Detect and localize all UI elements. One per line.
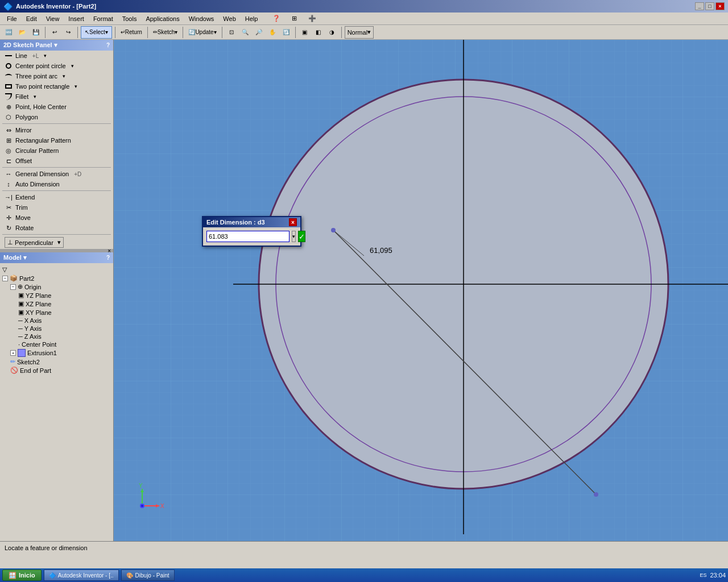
circle-expand[interactable]: ▾ [71,63,74,69]
tree-x-axis[interactable]: ─ X Axis [2,317,111,325]
menu-edit[interactable]: Edit [22,14,42,23]
tree-xz-plane[interactable]: ▣ XZ Plane [2,300,111,308]
tree-sketch2[interactable]: ✏ Sketch2 [2,357,111,366]
view-button[interactable]: ▣ [299,26,311,39]
part2-expand[interactable]: − [2,276,8,281]
taskbar-inventor[interactable]: 🔷 Autodesk Inventor - [.. [44,569,119,581]
tool-point-hole[interactable]: ⊕ Point, Hole Center [0,102,113,112]
tool-line[interactable]: Line +L ▾ [0,51,113,61]
menu-web[interactable]: Web [218,14,240,23]
tree-end-of-part[interactable]: 🚫 End of Part [2,366,111,375]
return-button[interactable]: ↵ Return [118,26,144,39]
menu-insert[interactable]: Insert [64,14,89,23]
grid-icon[interactable]: ⊞ [287,14,301,23]
extrusion1-expand[interactable]: + [10,350,16,356]
plus-icon[interactable]: ➕ [304,14,321,23]
tool-trim[interactable]: ✂ Trim [0,202,113,213]
help-icon[interactable]: ❓ [268,14,285,23]
tool-mirror[interactable]: ⇔ Mirror [0,125,113,135]
redo-button[interactable]: ↪ [62,26,75,39]
sep-sketch-1 [2,123,111,124]
edit-dimension-title-bar[interactable]: Edit Dimension : d3 × [203,217,300,227]
model-panel-header[interactable]: Model ▾ ? [0,252,113,263]
menu-tools[interactable]: Tools [118,14,142,23]
title-controls[interactable]: _ □ × [695,2,725,10]
edit-dimension-close[interactable]: × [289,218,297,226]
zoom-fit-button[interactable]: ⊡ [225,26,238,39]
tool-extend[interactable]: →| Extend [0,192,113,202]
menu-help[interactable]: Help [241,14,263,23]
tool-two-point-rect[interactable]: Two point rectangle ▾ [0,81,113,92]
tool-perpendicular[interactable]: ⊥ Perpendicular ▾ [0,236,113,249]
model-panel-help[interactable]: ? [106,255,110,261]
close-button[interactable]: × [715,2,725,10]
perp-expand[interactable]: ▾ [57,239,61,246]
tool-auto-dim[interactable]: ↕ Auto Dimension [0,179,113,189]
orbit-button[interactable]: 🔃 [280,26,292,39]
pan-button[interactable]: ✋ [266,26,279,39]
sketch-dropdown-icon[interactable]: ▾ [175,29,177,35]
dimension-input[interactable] [206,231,289,242]
tool-polygon[interactable]: ⬡ Polygon [0,112,113,122]
maximize-button[interactable]: □ [705,2,714,10]
sketch-panel-header[interactable]: 2D Sketch Panel ▾ ? [0,40,113,51]
tree-yz-plane[interactable]: ▣ YZ Plane [2,291,111,300]
taskbar-paint[interactable]: 🎨 Dibujo - Paint [121,569,175,581]
menu-format[interactable]: Format [89,14,118,23]
rectangular-pattern-label: Rectangular Pattern [15,137,71,144]
taskbar-right: ES 23:04 [698,571,726,580]
tool-general-dim[interactable]: ↔ General Dimension +D [0,169,113,179]
origin-expand[interactable]: − [10,284,16,290]
dimension-expand-button[interactable]: ▾ [292,231,296,242]
fillet-expand[interactable]: ▾ [34,94,36,99]
tree-y-axis[interactable]: ─ Y Axis [2,325,111,332]
menu-applications[interactable]: Applications [141,14,184,23]
tree-filter[interactable]: ▽ [2,265,111,274]
tool-offset[interactable]: ⊏ Offset [0,156,113,166]
display-button[interactable]: ◧ [312,26,325,39]
select-button[interactable]: ↖ Select ▾ [81,26,112,39]
sketch-button[interactable]: ✏ Sketch ▾ [151,26,180,39]
start-button[interactable]: 🪟 Inicio [2,569,42,581]
rect-expand[interactable]: ▾ [75,84,77,89]
tree-extrusion1[interactable]: + Extrusion1 [2,348,111,357]
dimension-ok-button[interactable]: ✓ [298,231,305,242]
arc-expand[interactable]: ▾ [63,73,65,79]
sketch-panel-help[interactable]: ? [106,42,110,48]
menu-view[interactable]: View [42,14,64,23]
tool-rectangular-pattern[interactable]: ⊞ Rectangular Pattern [0,135,113,146]
tool-three-point-arc[interactable]: Three point arc ▾ [0,71,113,81]
tree-origin[interactable]: − ⊕ Origin [2,282,111,291]
update-button[interactable]: 🔄 Update ▾ [186,26,218,39]
save-button[interactable]: 💾 [30,26,42,39]
menu-file[interactable]: File [2,14,22,23]
tree-center-point[interactable]: · Center Point [2,340,111,348]
minimize-button[interactable]: _ [695,2,704,10]
line-expand[interactable]: ▾ [44,53,47,59]
tool-move[interactable]: ✛ Move [0,213,113,223]
shading-button[interactable]: ◑ [326,26,338,39]
filter-icon: ▽ [2,266,7,273]
select-dropdown-icon[interactable]: ▾ [105,29,108,35]
tool-rotate[interactable]: ↻ Rotate [0,223,113,233]
normal-dropdown[interactable]: Normal ▾ [345,26,374,39]
zoom-window-button[interactable]: 🔍 [239,26,251,39]
canvas-area[interactable]: 61,095 X Y Edit Dimension : d3 × [114,40,728,541]
tool-circular-pattern[interactable]: ◎ Circular Pattern [0,146,113,156]
menu-windows[interactable]: Windows [184,14,219,23]
tool-center-circle[interactable]: Center point circle ▾ [0,61,113,71]
tree-z-axis[interactable]: ─ Z Axis [2,332,111,340]
mirror-label: Mirror [15,127,32,134]
open-button[interactable]: 📂 [16,26,28,39]
left-panel: 2D Sketch Panel ▾ ? Line +L ▾ Center poi… [0,40,114,541]
point-icon: ⊕ [5,103,13,111]
update-dropdown-icon[interactable]: ▾ [214,29,217,35]
tool-fillet[interactable]: Fillet ▾ [0,92,113,102]
title-left: 🔷 Autodesk Inventor - [Part2] [3,2,96,11]
tree-part2[interactable]: − 📦 Part2 [2,274,111,282]
tree-xy-plane[interactable]: ▣ XY Plane [2,308,111,317]
new-button[interactable]: 🆕 [2,26,15,39]
undo-button[interactable]: ↩ [48,26,61,39]
zoom-in-button[interactable]: 🔎 [253,26,265,39]
perpendicular-dropdown[interactable]: ⊥ Perpendicular ▾ [5,237,64,248]
